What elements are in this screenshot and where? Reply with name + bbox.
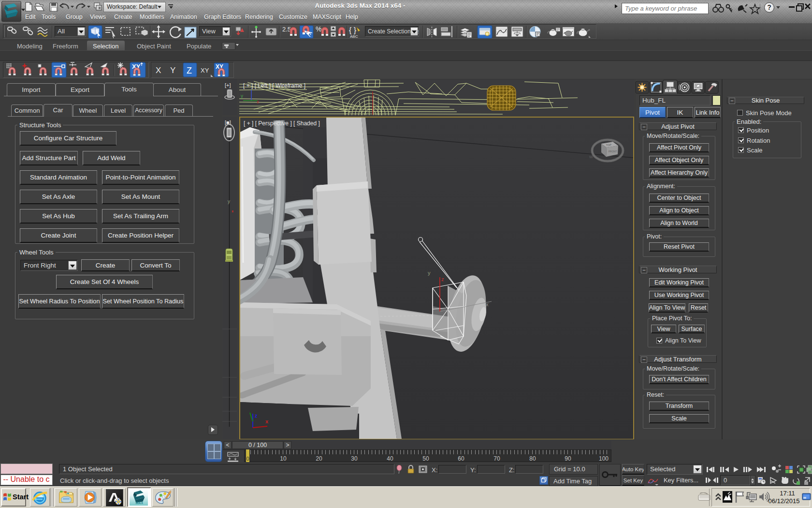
svg-text:%: % <box>316 25 321 33</box>
svg-text:2.5: 2.5 <box>282 26 291 33</box>
svg-text:90: 90 <box>565 455 571 462</box>
svg-text:ABC: ABC <box>350 34 358 39</box>
svg-text:X: X <box>156 66 161 75</box>
svg-text:40: 40 <box>387 455 393 462</box>
svg-text:W: W <box>589 155 593 159</box>
svg-text:x: x <box>257 99 259 105</box>
svg-text:100: 100 <box>599 455 609 462</box>
svg-text:y: y <box>228 199 230 204</box>
svg-text:z: z <box>255 413 258 418</box>
svg-text:y: y <box>428 270 431 276</box>
svg-text:60: 60 <box>458 455 464 462</box>
svg-text:70: 70 <box>493 455 500 462</box>
svg-text:{ }: { } <box>349 26 357 34</box>
svg-text:10: 10 <box>280 455 287 462</box>
svg-text:MAX: MAX <box>135 501 143 505</box>
svg-text:y: y <box>241 93 243 99</box>
svg-text:20: 20 <box>316 455 322 462</box>
svg-text:80: 80 <box>529 455 536 462</box>
svg-text:0: 0 <box>246 456 249 462</box>
svg-text:z: z <box>441 276 444 282</box>
svg-text:Y: Y <box>170 66 175 75</box>
svg-text:50: 50 <box>422 455 429 462</box>
svg-text:FRONT: FRONT <box>609 150 617 153</box>
svg-text:x: x <box>265 418 269 424</box>
svg-text:TOP: TOP <box>606 143 612 147</box>
svg-text:Z: Z <box>187 66 192 75</box>
svg-text:XY: XY <box>201 67 209 74</box>
svg-text:30: 30 <box>351 455 358 462</box>
